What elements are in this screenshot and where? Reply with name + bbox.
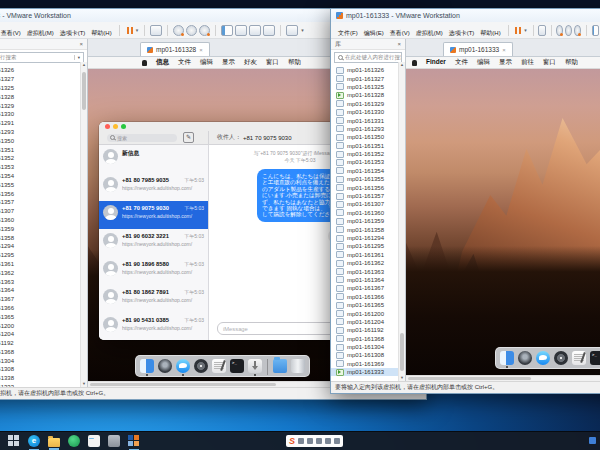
dock-icon[interactable] xyxy=(230,359,244,373)
vm-list-item[interactable]: mp01-161294 xyxy=(0,242,87,251)
vm-list-item[interactable]: mp01-161367 xyxy=(331,284,405,292)
macos-menu-item[interactable]: Finder xyxy=(426,58,446,67)
dock-item[interactable] xyxy=(230,359,244,373)
close-button[interactable] xyxy=(105,124,110,129)
vm-list-item[interactable]: mp01-161327 xyxy=(0,75,87,84)
conversation-item[interactable]: +81 90 1896 8580下午5:03 https://newyork.a… xyxy=(99,257,208,285)
vm-list-item[interactable]: mp01-161361 xyxy=(0,260,87,269)
fullscreen-button[interactable] xyxy=(249,25,261,36)
dock-item[interactable] xyxy=(500,351,514,368)
ctrl-alt-del-button[interactable] xyxy=(150,25,162,36)
conversation-item[interactable]: +81 80 1862 7891下午5:03 https://newyork.a… xyxy=(99,285,208,313)
macos-menu-item[interactable]: 帮助 xyxy=(565,58,578,67)
dock-item[interactable] xyxy=(176,359,190,376)
dock-icon[interactable] xyxy=(273,359,287,373)
menu-item[interactable]: 选项卡(T) xyxy=(446,28,478,38)
dock-item[interactable] xyxy=(273,359,287,373)
vm-list-item[interactable]: mp01-161308 xyxy=(331,351,405,359)
vm-list-item[interactable]: mp01-161360 xyxy=(0,216,87,225)
vm-list-item[interactable]: mp01-161307 xyxy=(331,200,405,208)
apple-icon[interactable] xyxy=(412,60,417,66)
vm-tab[interactable]: mp01-161328 × xyxy=(140,42,210,56)
macos-menu-item[interactable]: 信息 xyxy=(156,58,169,67)
macos-menu-item[interactable]: 前往 xyxy=(521,58,534,67)
dock-item[interactable] xyxy=(140,359,154,376)
macos-menu-item[interactable]: 窗口 xyxy=(543,58,556,67)
conversation-item[interactable]: 新信息 xyxy=(99,145,208,173)
window-titlebar[interactable]: mp01-161333 - VMware Workstation xyxy=(331,9,600,22)
vm-list-item[interactable]: mp01-161361 xyxy=(331,251,405,259)
menu-item[interactable]: 虚拟机(M) xyxy=(24,28,57,38)
sogou-mic-icon[interactable] xyxy=(316,438,322,444)
sogou-logo[interactable]: S xyxy=(289,436,295,446)
vm-list-item[interactable]: mp01-161325 xyxy=(0,84,87,93)
menu-item[interactable]: 查看(V) xyxy=(0,28,24,38)
vm-list-item[interactable]: mp01-161368 xyxy=(0,348,87,357)
minimize-button[interactable] xyxy=(113,124,118,129)
menu-item[interactable]: 帮助(H) xyxy=(88,28,114,38)
vmware-taskbar-icon[interactable] xyxy=(128,435,140,447)
vm-list-item[interactable]: mp01-161192 xyxy=(0,339,87,348)
dock-icon[interactable] xyxy=(554,351,568,365)
library-close-icon[interactable]: × xyxy=(397,41,401,47)
menu-item[interactable]: 编辑(E) xyxy=(361,28,387,38)
dock-icon[interactable] xyxy=(194,359,208,373)
vm-list-item[interactable]: mp01-161304 xyxy=(0,356,87,365)
menu-item[interactable]: 帮助(H) xyxy=(477,28,503,38)
conversation-item[interactable]: +81 90 6032 3221下午5:03 https://newyork.a… xyxy=(99,229,208,257)
vm-list-item[interactable]: mp01-161359 xyxy=(331,217,405,225)
vm-list-item[interactable]: mp01-161293 xyxy=(0,128,87,137)
show-library-button[interactable] xyxy=(592,25,600,36)
apple-icon[interactable] xyxy=(142,60,147,66)
conversation-item[interactable]: +81 80 7985 9035下午5:03 https://newyork.a… xyxy=(99,173,208,201)
take-snapshot-button[interactable] xyxy=(173,25,184,36)
vm-list-item[interactable]: mp01-161330 xyxy=(0,110,87,119)
revert-snapshot-button[interactable] xyxy=(186,25,197,36)
tab-close-icon[interactable]: × xyxy=(199,47,203,53)
dock-icon[interactable] xyxy=(518,351,532,365)
vm-list-item[interactable]: mp01-161329 xyxy=(331,100,405,108)
manage-snapshots-button[interactable] xyxy=(199,25,210,36)
vm-list-item[interactable]: mp01-161291 xyxy=(0,119,87,128)
vm-list-item[interactable]: mp01-161330 xyxy=(331,108,405,116)
menu-item[interactable]: 文件(F) xyxy=(335,28,361,38)
dock-icon[interactable] xyxy=(291,359,305,373)
dock-item[interactable] xyxy=(248,359,262,376)
vm-list-item[interactable]: mp01-161326 xyxy=(331,66,405,74)
ctrl-alt-del-button[interactable] xyxy=(538,25,546,36)
vm-tab[interactable]: mp01-161333 × xyxy=(443,42,513,56)
vm-list-item[interactable]: mp01-161293 xyxy=(331,125,405,133)
vm-list-item[interactable]: mp01-161327 xyxy=(331,74,405,82)
take-snapshot-button[interactable] xyxy=(556,25,563,36)
vm-list-item[interactable]: mp01-161333 xyxy=(0,383,87,387)
vm-list-item[interactable]: mp01-161353 xyxy=(331,158,405,166)
dock-item[interactable] xyxy=(212,359,226,373)
macos-menu-item[interactable]: 窗口 xyxy=(266,58,279,67)
dock-icon[interactable] xyxy=(140,359,154,373)
start-button[interactable] xyxy=(8,435,20,447)
library-scrollbar[interactable]: ▲ ▼ xyxy=(80,62,87,387)
menu-item[interactable]: 虚拟机(M) xyxy=(413,28,446,38)
vm-list-item[interactable]: mp01-161333 xyxy=(331,368,405,376)
library-search-input[interactable]: 在此处键入内容进行搜索 ▾ xyxy=(334,52,402,63)
gray-app-icon[interactable] xyxy=(108,435,120,447)
scroll-down-icon[interactable]: ▼ xyxy=(81,381,87,387)
dock-item[interactable] xyxy=(536,351,550,365)
vm-list-item[interactable]: mp01-161357 xyxy=(331,192,405,200)
vm-list-item[interactable]: mp01-161295 xyxy=(0,251,87,260)
vm-list-item[interactable]: mp01-161294 xyxy=(331,234,405,242)
dock-icon[interactable] xyxy=(267,359,268,375)
vm-list-item[interactable]: mp01-161368 xyxy=(331,335,405,343)
dock-icon[interactable] xyxy=(572,351,586,365)
vm-list-item[interactable]: mp01-161355 xyxy=(331,175,405,183)
manage-snapshots-button[interactable] xyxy=(574,25,581,36)
vm-list-item[interactable]: mp01-161357 xyxy=(0,198,87,207)
vm-list-item[interactable]: mp01-161356 xyxy=(331,183,405,191)
vm-list-item[interactable]: mp01-161351 xyxy=(0,145,87,154)
menu-item[interactable]: 查看(V) xyxy=(387,28,413,38)
green-app-icon[interactable] xyxy=(68,435,80,447)
pause-button[interactable]: ▾ xyxy=(124,26,141,35)
file-explorer-icon[interactable] xyxy=(48,438,60,447)
menu-item[interactable]: 选项卡(T) xyxy=(57,28,89,38)
vm-list-item[interactable]: mp01-161328 xyxy=(331,91,405,99)
